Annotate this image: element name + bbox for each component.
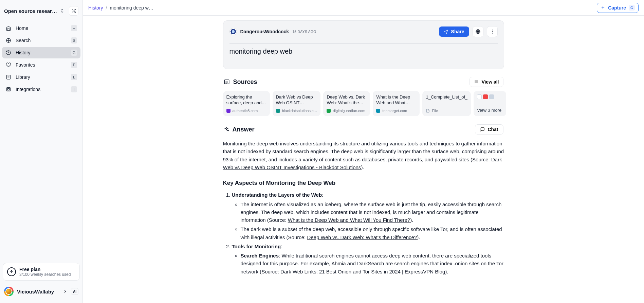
- breadcrumb-separator: /: [106, 5, 107, 11]
- favicon-icon: [477, 94, 482, 99]
- query-text: monitoring deep web: [229, 48, 498, 55]
- chat-icon: [480, 127, 485, 132]
- svg-point-7: [492, 30, 492, 30]
- shortcut-key: L: [71, 74, 77, 80]
- view-all-sources-button[interactable]: View all: [470, 77, 503, 87]
- source-domain: File: [432, 109, 438, 113]
- answer-paragraph: Monitoring the deep web involves underst…: [223, 140, 504, 171]
- source-card[interactable]: Exploring the surface, deep and… authent…: [223, 91, 270, 116]
- breadcrumb-current: monitoring deep w…: [110, 5, 153, 11]
- favicon-icon: [226, 109, 231, 113]
- workspace-switcher[interactable]: [57, 6, 67, 16]
- query-timestamp: 15 DAYS AGO: [292, 30, 316, 34]
- list-item: The dark web is a subset of the deep web…: [241, 225, 504, 241]
- more-sources-card[interactable]: View 3 more: [474, 91, 506, 116]
- shortcut-key: F: [71, 62, 77, 68]
- user-row[interactable]: ViciousWallaby AI: [3, 285, 80, 298]
- topbar: History / monitoring deep w… Capture C: [83, 0, 644, 16]
- sidebar-item-history[interactable]: History G: [2, 47, 80, 58]
- sidebar-nav: Home H Search S History G: [2, 22, 80, 95]
- list-item: Understanding the Layers of the Web: The…: [232, 191, 504, 241]
- user-name: ViciousWallaby: [17, 289, 54, 295]
- sidebar-item-label: Home: [16, 25, 28, 31]
- capture-key: C: [629, 5, 635, 11]
- list-item: The internet is often visualized as an i…: [241, 200, 504, 224]
- globe-icon: [475, 29, 481, 34]
- citation-link[interactable]: What is the Deep Web and What Will You F…: [288, 217, 410, 223]
- sources-icon: [224, 79, 230, 85]
- shortcut-key: S: [71, 37, 77, 43]
- favicon-icon: [376, 109, 380, 113]
- sources-row: Exploring the surface, deep and… authent…: [223, 91, 504, 116]
- plus-icon: [601, 5, 605, 10]
- author-name: DangerousWoodcock: [240, 29, 289, 34]
- query-card: DangerousWoodcock 15 DAYS AGO Share: [223, 20, 504, 69]
- answer-body: Monitoring the deep web involves underst…: [223, 140, 504, 275]
- breadcrumb: History / monitoring deep w…: [88, 5, 153, 11]
- avatar: [4, 287, 14, 296]
- citation-link[interactable]: Dark Web Links: 21 Best Onion and Tor Si…: [280, 269, 445, 274]
- shortcut-key: H: [71, 25, 77, 31]
- source-domain: digitalguardian.com: [333, 109, 365, 113]
- sidebar-item-label: Search: [16, 38, 31, 43]
- more-vertical-icon: [490, 29, 495, 34]
- shuffle-button[interactable]: [69, 6, 78, 16]
- shortcut-key: I: [71, 86, 77, 92]
- source-card[interactable]: Dark Web vs Deep Web OSINT… blackdotsolu…: [273, 91, 321, 116]
- sidebar-item-favorites[interactable]: Favorites F: [2, 59, 80, 71]
- answer-heading: Key Aspects of Monitoring the Deep Web: [223, 179, 504, 188]
- file-icon: [426, 109, 430, 113]
- sources-header: Sources View all: [224, 77, 503, 87]
- source-domain: techtarget.com: [382, 109, 407, 113]
- chat-button[interactable]: Chat: [475, 124, 503, 135]
- sidebar-item-label: Integrations: [16, 87, 40, 92]
- sidebar-item-home[interactable]: Home H: [2, 22, 80, 34]
- source-card[interactable]: What is the Deep Web and What Will… tech…: [373, 91, 420, 116]
- upgrade-icon: [7, 267, 16, 276]
- more-menu-button[interactable]: [487, 26, 498, 37]
- favicon-icon: [483, 94, 488, 99]
- source-card[interactable]: 1_Complete_List_of_ File: [422, 91, 471, 116]
- svg-rect-4: [7, 88, 11, 91]
- list-item: Tools for Monitoring: Search Engines: Wh…: [232, 243, 504, 275]
- source-card[interactable]: Deep Web vs. Dark Web: What's the… digit…: [323, 91, 370, 116]
- workspace-title: Open source research: [4, 8, 57, 14]
- favicon-icon: [327, 109, 331, 113]
- home-icon: [5, 25, 12, 31]
- globe-icon: [5, 37, 12, 43]
- chevron-right-icon: [63, 289, 68, 294]
- book-icon: [5, 74, 12, 80]
- capture-button[interactable]: Capture C: [597, 3, 639, 13]
- sidebar-item-search[interactable]: Search S: [2, 35, 80, 46]
- source-title: Dark Web vs Deep Web OSINT…: [276, 94, 317, 106]
- globe-button[interactable]: [473, 26, 483, 37]
- svg-point-8: [492, 31, 492, 32]
- source-title: Deep Web vs. Dark Web: What's the…: [327, 94, 367, 106]
- share-button[interactable]: Share: [439, 26, 469, 37]
- source-domain: blackdotsolutions.c…: [282, 109, 317, 113]
- ai-badge: AI: [71, 288, 78, 295]
- plan-subtitle: 3/100 weekly searches used: [19, 272, 71, 277]
- list-icon: [474, 79, 479, 84]
- favicon-icon: [276, 109, 280, 113]
- citation-link[interactable]: Deep Web vs. Dark Web: What's the Differ…: [307, 234, 417, 240]
- sparkles-icon: [224, 127, 229, 132]
- share-icon: [444, 29, 448, 34]
- source-domain: authentic8.com: [233, 109, 258, 113]
- sidebar-item-integrations[interactable]: Integrations I: [2, 84, 80, 95]
- plan-card[interactable]: Free plan 3/100 weekly searches used: [3, 263, 80, 281]
- capture-label: Capture: [608, 5, 626, 11]
- breadcrumb-root[interactable]: History: [88, 5, 103, 11]
- heart-icon: [5, 62, 12, 68]
- sidebar-item-label: Library: [16, 74, 30, 80]
- sources-title: Sources: [233, 78, 257, 86]
- sidebar-item-library[interactable]: Library L: [2, 71, 80, 83]
- history-icon: [5, 50, 12, 56]
- source-title: 1_Complete_List_of_: [426, 94, 467, 106]
- author-avatar: [229, 28, 237, 35]
- answer-header: Answer Chat: [224, 124, 503, 135]
- svg-rect-5: [7, 88, 9, 90]
- layers-icon: [5, 86, 12, 92]
- svg-point-9: [492, 33, 492, 34]
- favicon-icon: [489, 94, 494, 99]
